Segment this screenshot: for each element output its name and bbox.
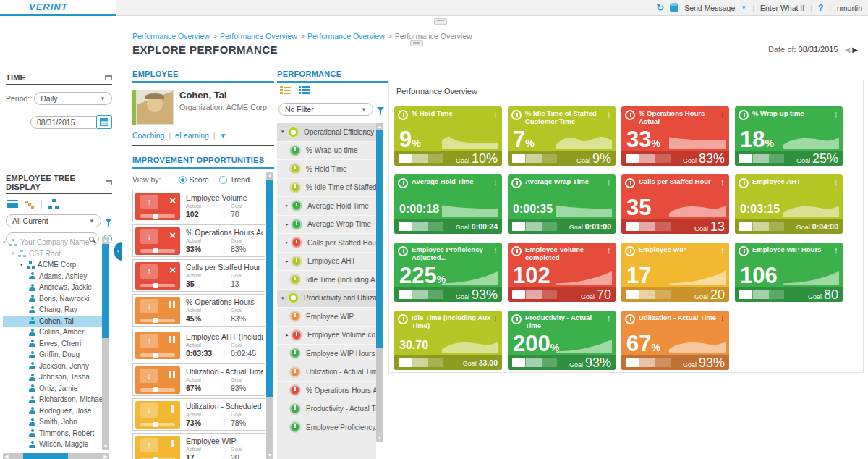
scroll-up-icon[interactable]: ▲ bbox=[376, 123, 383, 130]
filter-icon[interactable] bbox=[105, 219, 112, 223]
opportunity-card-operations-hours[interactable]: ↓% Operations HoursActual45%|Goal83% bbox=[132, 294, 265, 327]
date-input[interactable]: 08/31/2015 bbox=[30, 116, 96, 129]
opportunity-card-employee-volume[interactable]: ↑×Employee VolumeActual102|Goal70 bbox=[132, 190, 265, 222]
opportunity-card-calls-per-staffed-hour[interactable]: ↑×Calls per Staffed HourActual35|Goal13 bbox=[132, 259, 265, 292]
tree-node-richardson-michael[interactable]: Richardson, Michael bbox=[3, 394, 102, 405]
scroll-down-icon[interactable]: ▼ bbox=[266, 452, 273, 459]
kpi-tile-calls-per-staffed-hour[interactable]: Calls per Staffed Hour↑35Goal13 bbox=[621, 174, 729, 234]
tree-node-griffin-doug[interactable]: Griffin, Doug bbox=[3, 349, 102, 361]
tree-node-ortiz-jamie[interactable]: Ortiz, Jamie bbox=[3, 383, 102, 395]
filter-icon[interactable] bbox=[377, 107, 384, 111]
panel-grip-header[interactable] bbox=[410, 40, 423, 46]
tree-view-icon[interactable] bbox=[280, 85, 292, 95]
tree-node-erves-cherri[interactable]: Erves, Cherri bbox=[3, 338, 102, 350]
tree-caret-icon[interactable]: ▾ bbox=[12, 250, 18, 256]
tree-node-wilson-maggie[interactable]: Wilson, Maggie bbox=[3, 439, 102, 450]
tree-node-rodriguez-jose[interactable]: Rodriguez, Jose bbox=[3, 405, 102, 417]
tree-node-adams-ashley[interactable]: Adams, Ashley bbox=[3, 271, 102, 282]
prev-date-button[interactable]: ◀ bbox=[845, 46, 851, 54]
scroll-up-icon[interactable]: ▲ bbox=[266, 172, 273, 180]
kpi-tile-employee-wip[interactable]: Employee WIP↑17Goal20 bbox=[621, 243, 729, 302]
tree-filter-select[interactable]: All Current ▼ bbox=[6, 214, 101, 227]
metric-node-employee-proficiency[interactable]: Employee Proficiency... bbox=[277, 418, 376, 437]
tree-node-acme-corp[interactable]: ▾ACME Corp bbox=[3, 259, 102, 271]
metric-node-wrap-up-time[interactable]: % Wrap-up time bbox=[277, 142, 376, 161]
employee-tree-hscrollbar[interactable]: ◀ ▶ bbox=[3, 453, 109, 459]
employee-tree-vscrollbar[interactable]: ▲ ▼ bbox=[102, 237, 109, 450]
metric-node-employee-wip[interactable]: Employee WIP bbox=[277, 308, 376, 327]
org-chart-icon[interactable] bbox=[48, 199, 59, 209]
metric-node-employee-aht[interactable]: ▸Employee AHT bbox=[277, 253, 376, 271]
tree-node-your-company-name[interactable]: ▾Your Company Name bbox=[3, 237, 102, 248]
enter-what-if-button[interactable]: Enter What If bbox=[760, 4, 804, 12]
kpi-tile-employee-aht[interactable]: Employee AHT↓0:03:15Goal0:04:00 bbox=[735, 174, 843, 234]
tree-caret-icon[interactable]: ▾ bbox=[281, 295, 289, 301]
tree-caret-icon[interactable]: ▸ bbox=[286, 332, 292, 338]
kpi-tile-employee-proficiency-adjusted[interactable]: Employee Proficiency Adjusted...↑225%Goa… bbox=[394, 243, 502, 302]
breadcrumb-item[interactable]: Performance Overview bbox=[132, 32, 210, 41]
send-message-caret-icon[interactable]: ▼ bbox=[741, 4, 746, 11]
performance-filter-select[interactable]: No Filter ▼ bbox=[278, 103, 373, 116]
send-message-button[interactable]: Send Message bbox=[684, 4, 735, 12]
tree-caret-icon[interactable]: ▾ bbox=[20, 262, 27, 268]
list-view-icon[interactable] bbox=[299, 85, 310, 95]
kpi-tile-idle-time-including-aux-time[interactable]: Idle Time (Including Aux Time)↓30.70Goal… bbox=[394, 311, 502, 370]
kpi-tile-employee-volume-completed[interactable]: Employee Volume completed↑102Goal70 bbox=[508, 243, 616, 302]
tree-node-cst-root[interactable]: ▾CST Root bbox=[3, 248, 102, 260]
tree-node-chang-ray[interactable]: Chang, Ray bbox=[3, 304, 102, 316]
kpi-tile-idle-time-of-staffed-customer-time[interactable]: % Idle Time of Staffed Customer Time↓7%G… bbox=[508, 106, 616, 166]
tree-node-johnson-tasha[interactable]: Johnson, Tasha bbox=[3, 371, 102, 383]
metric-node-average-hold-time[interactable]: ▸Average Hold Time bbox=[277, 197, 376, 216]
scroll-right-icon[interactable]: ▶ bbox=[102, 453, 109, 459]
undock-icon[interactable] bbox=[106, 180, 112, 185]
metric-node-operational-efficiency[interactable]: ▾Operational Efficiency bbox=[277, 123, 376, 142]
metric-node-utilization-actual-time[interactable]: Utilization - Actual Time bbox=[277, 363, 376, 382]
kpi-tile-operations-hours-actual[interactable]: % Operations Hours Actual↓33%Goal83% bbox=[621, 106, 729, 166]
period-select[interactable]: Daily ▼ bbox=[34, 92, 112, 105]
tree-node-jackson-jenny[interactable]: Jackson, Jenny bbox=[3, 361, 102, 372]
calendar-button[interactable] bbox=[96, 115, 112, 129]
opportunity-card-utilization-scheduled-time[interactable]: ↓Utilization - Scheduled TimeActual73%|G… bbox=[132, 398, 265, 431]
metric-node-productivity-and-utilization[interactable]: ▾Productivity and Utilization bbox=[277, 290, 376, 308]
tree-caret-icon[interactable]: ▸ bbox=[286, 240, 292, 245]
kpi-tile-average-hold-time[interactable]: Average Hold Time↓0:00:18Goal0:00:24 bbox=[394, 174, 502, 234]
tree-caret-icon[interactable]: ▾ bbox=[281, 129, 289, 135]
print-icon[interactable] bbox=[670, 4, 678, 12]
scroll-down-icon[interactable]: ▼ bbox=[102, 443, 109, 450]
view-by-option-score[interactable]: Score bbox=[179, 175, 209, 184]
radio-trend[interactable] bbox=[219, 176, 227, 184]
elearning-link[interactable]: eLearning bbox=[175, 131, 209, 140]
sidebar-collapse-handle[interactable]: ‹ bbox=[114, 242, 122, 261]
opportunity-card-utilization-actual-time[interactable]: ↓Utilization - Actual TimeActual67%|Goal… bbox=[132, 363, 265, 396]
next-date-button[interactable]: ▶ bbox=[852, 46, 858, 54]
refresh-icon[interactable]: ↻ bbox=[656, 2, 664, 13]
tree-caret-icon[interactable]: ▾ bbox=[3, 240, 9, 245]
metric-node-idle-time-of-staffed[interactable]: % Idle Time of Staffed... bbox=[277, 179, 376, 198]
kpi-tile-average-wrap-time[interactable]: Average Wrap Time↓0:00:35Goal0:01:00 bbox=[508, 174, 616, 234]
view-by-option-trend[interactable]: Trend bbox=[219, 175, 250, 184]
metric-node-average-wrap-time[interactable]: ▸Average Wrap Time bbox=[277, 216, 376, 235]
kpi-tile-employee-wip-hours[interactable]: Employee WIP Hours↑106Goal80 bbox=[735, 243, 843, 302]
metric-node-idle-time-including-a[interactable]: Idle Time (Including A... bbox=[277, 271, 376, 290]
scroll-left-icon[interactable]: ◀ bbox=[3, 453, 10, 459]
undock-icon[interactable] bbox=[105, 75, 112, 80]
opportunity-card-employee-aht-including[interactable]: ↑Employee AHT (Including...Actual0:03:33… bbox=[132, 329, 265, 361]
tree-node-andrews-jackie[interactable]: Andrews, Jackie bbox=[3, 282, 102, 293]
radio-score[interactable] bbox=[179, 176, 187, 184]
tree-caret-icon[interactable]: ▸ bbox=[286, 203, 292, 209]
tree-node-smith-john[interactable]: Smith, John bbox=[3, 416, 102, 428]
metric-node-employee-volume-co[interactable]: ▸Employee Volume co... bbox=[277, 327, 376, 345]
scroll-up-icon[interactable]: ▲ bbox=[102, 237, 109, 244]
opportunity-card-employee-wip[interactable]: ↑Employee WIPActual17|Goal20 bbox=[132, 433, 265, 459]
kpi-tile-productivity-actual-time[interactable]: Productivity - Actual Time↑200%Goal93% bbox=[508, 311, 616, 370]
list-view-icon[interactable] bbox=[7, 200, 18, 208]
tree-caret-icon[interactable]: ▸ bbox=[286, 222, 292, 227]
opportunity-card-operations-hours-actual[interactable]: ↓×% Operations Hours ActualActual33%|Goa… bbox=[132, 224, 265, 257]
sort-icon[interactable] bbox=[25, 200, 35, 209]
scroll-down-icon[interactable]: ▼ bbox=[376, 434, 383, 442]
tree-caret-icon[interactable]: ▸ bbox=[286, 258, 292, 264]
more-links-icon[interactable]: ▼ bbox=[220, 132, 227, 140]
opportunities-vscrollbar[interactable]: ▲ ▼ bbox=[266, 172, 273, 459]
tree-node-colins-amber[interactable]: Colins, Amber bbox=[3, 327, 102, 338]
panel-grip-top[interactable] bbox=[434, 18, 447, 25]
